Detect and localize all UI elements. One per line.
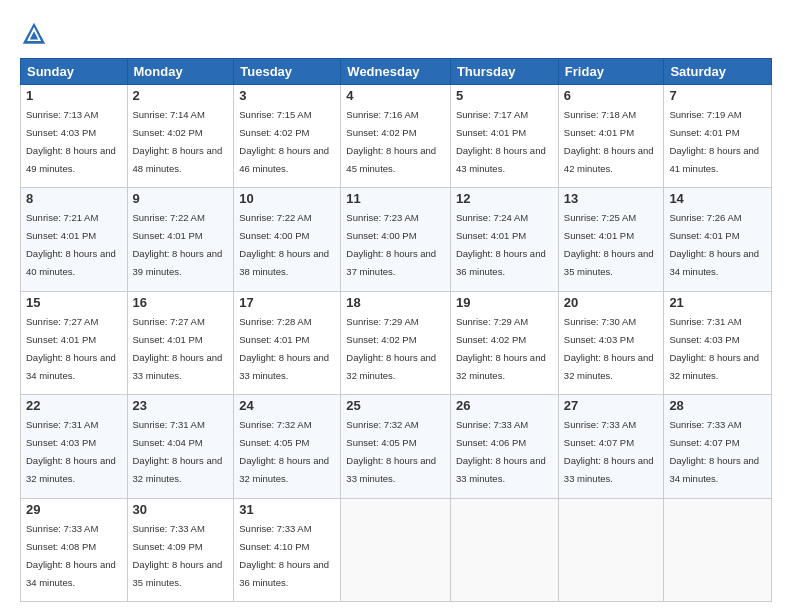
weekday-header-row: SundayMondayTuesdayWednesdayThursdayFrid…	[21, 59, 772, 85]
calendar-cell: 12Sunrise: 7:24 AMSunset: 4:01 PMDayligh…	[450, 188, 558, 291]
weekday-wednesday: Wednesday	[341, 59, 451, 85]
weekday-saturday: Saturday	[664, 59, 772, 85]
day-info: Sunrise: 7:33 AMSunset: 4:07 PMDaylight:…	[669, 419, 759, 484]
day-number: 1	[26, 88, 122, 103]
calendar-cell: 14Sunrise: 7:26 AMSunset: 4:01 PMDayligh…	[664, 188, 772, 291]
day-info: Sunrise: 7:23 AMSunset: 4:00 PMDaylight:…	[346, 212, 436, 277]
day-info: Sunrise: 7:31 AMSunset: 4:03 PMDaylight:…	[669, 316, 759, 381]
day-info: Sunrise: 7:31 AMSunset: 4:04 PMDaylight:…	[133, 419, 223, 484]
calendar-week-3: 15Sunrise: 7:27 AMSunset: 4:01 PMDayligh…	[21, 291, 772, 394]
day-info: Sunrise: 7:31 AMSunset: 4:03 PMDaylight:…	[26, 419, 116, 484]
day-number: 29	[26, 502, 122, 517]
calendar-cell	[664, 498, 772, 601]
day-number: 27	[564, 398, 659, 413]
day-number: 25	[346, 398, 445, 413]
day-info: Sunrise: 7:25 AMSunset: 4:01 PMDaylight:…	[564, 212, 654, 277]
calendar-cell: 24Sunrise: 7:32 AMSunset: 4:05 PMDayligh…	[234, 395, 341, 498]
calendar-cell: 1Sunrise: 7:13 AMSunset: 4:03 PMDaylight…	[21, 85, 128, 188]
day-info: Sunrise: 7:32 AMSunset: 4:05 PMDaylight:…	[239, 419, 329, 484]
calendar-cell: 2Sunrise: 7:14 AMSunset: 4:02 PMDaylight…	[127, 85, 234, 188]
day-number: 18	[346, 295, 445, 310]
calendar-cell: 19Sunrise: 7:29 AMSunset: 4:02 PMDayligh…	[450, 291, 558, 394]
day-number: 17	[239, 295, 335, 310]
calendar-cell	[558, 498, 664, 601]
day-number: 13	[564, 191, 659, 206]
day-number: 23	[133, 398, 229, 413]
calendar-cell: 11Sunrise: 7:23 AMSunset: 4:00 PMDayligh…	[341, 188, 451, 291]
day-info: Sunrise: 7:30 AMSunset: 4:03 PMDaylight:…	[564, 316, 654, 381]
calendar-cell: 28Sunrise: 7:33 AMSunset: 4:07 PMDayligh…	[664, 395, 772, 498]
page: SundayMondayTuesdayWednesdayThursdayFrid…	[0, 0, 792, 612]
day-number: 26	[456, 398, 553, 413]
day-info: Sunrise: 7:28 AMSunset: 4:01 PMDaylight:…	[239, 316, 329, 381]
calendar-cell: 7Sunrise: 7:19 AMSunset: 4:01 PMDaylight…	[664, 85, 772, 188]
day-info: Sunrise: 7:33 AMSunset: 4:06 PMDaylight:…	[456, 419, 546, 484]
calendar-cell: 26Sunrise: 7:33 AMSunset: 4:06 PMDayligh…	[450, 395, 558, 498]
day-number: 9	[133, 191, 229, 206]
calendar-week-5: 29Sunrise: 7:33 AMSunset: 4:08 PMDayligh…	[21, 498, 772, 601]
calendar-week-2: 8Sunrise: 7:21 AMSunset: 4:01 PMDaylight…	[21, 188, 772, 291]
day-info: Sunrise: 7:22 AMSunset: 4:00 PMDaylight:…	[239, 212, 329, 277]
calendar-cell	[450, 498, 558, 601]
day-info: Sunrise: 7:17 AMSunset: 4:01 PMDaylight:…	[456, 109, 546, 174]
day-info: Sunrise: 7:24 AMSunset: 4:01 PMDaylight:…	[456, 212, 546, 277]
calendar-cell: 22Sunrise: 7:31 AMSunset: 4:03 PMDayligh…	[21, 395, 128, 498]
day-info: Sunrise: 7:19 AMSunset: 4:01 PMDaylight:…	[669, 109, 759, 174]
day-info: Sunrise: 7:33 AMSunset: 4:10 PMDaylight:…	[239, 523, 329, 588]
calendar-cell: 31Sunrise: 7:33 AMSunset: 4:10 PMDayligh…	[234, 498, 341, 601]
calendar-cell: 21Sunrise: 7:31 AMSunset: 4:03 PMDayligh…	[664, 291, 772, 394]
day-info: Sunrise: 7:14 AMSunset: 4:02 PMDaylight:…	[133, 109, 223, 174]
weekday-friday: Friday	[558, 59, 664, 85]
day-info: Sunrise: 7:33 AMSunset: 4:09 PMDaylight:…	[133, 523, 223, 588]
weekday-thursday: Thursday	[450, 59, 558, 85]
calendar-cell: 8Sunrise: 7:21 AMSunset: 4:01 PMDaylight…	[21, 188, 128, 291]
day-info: Sunrise: 7:22 AMSunset: 4:01 PMDaylight:…	[133, 212, 223, 277]
weekday-sunday: Sunday	[21, 59, 128, 85]
calendar-cell: 30Sunrise: 7:33 AMSunset: 4:09 PMDayligh…	[127, 498, 234, 601]
calendar-cell: 13Sunrise: 7:25 AMSunset: 4:01 PMDayligh…	[558, 188, 664, 291]
day-number: 8	[26, 191, 122, 206]
day-number: 22	[26, 398, 122, 413]
day-number: 28	[669, 398, 766, 413]
day-number: 7	[669, 88, 766, 103]
day-info: Sunrise: 7:33 AMSunset: 4:07 PMDaylight:…	[564, 419, 654, 484]
day-info: Sunrise: 7:29 AMSunset: 4:02 PMDaylight:…	[346, 316, 436, 381]
calendar-week-1: 1Sunrise: 7:13 AMSunset: 4:03 PMDaylight…	[21, 85, 772, 188]
day-number: 21	[669, 295, 766, 310]
day-number: 31	[239, 502, 335, 517]
day-number: 5	[456, 88, 553, 103]
calendar-cell: 29Sunrise: 7:33 AMSunset: 4:08 PMDayligh…	[21, 498, 128, 601]
day-number: 30	[133, 502, 229, 517]
day-info: Sunrise: 7:18 AMSunset: 4:01 PMDaylight:…	[564, 109, 654, 174]
day-number: 6	[564, 88, 659, 103]
day-info: Sunrise: 7:21 AMSunset: 4:01 PMDaylight:…	[26, 212, 116, 277]
calendar-cell: 9Sunrise: 7:22 AMSunset: 4:01 PMDaylight…	[127, 188, 234, 291]
day-info: Sunrise: 7:29 AMSunset: 4:02 PMDaylight:…	[456, 316, 546, 381]
calendar-cell: 16Sunrise: 7:27 AMSunset: 4:01 PMDayligh…	[127, 291, 234, 394]
day-info: Sunrise: 7:16 AMSunset: 4:02 PMDaylight:…	[346, 109, 436, 174]
day-number: 3	[239, 88, 335, 103]
calendar-cell	[341, 498, 451, 601]
day-info: Sunrise: 7:26 AMSunset: 4:01 PMDaylight:…	[669, 212, 759, 277]
logo-icon	[20, 20, 48, 48]
day-number: 19	[456, 295, 553, 310]
calendar-cell: 3Sunrise: 7:15 AMSunset: 4:02 PMDaylight…	[234, 85, 341, 188]
header	[20, 16, 772, 48]
day-info: Sunrise: 7:33 AMSunset: 4:08 PMDaylight:…	[26, 523, 116, 588]
calendar-cell: 20Sunrise: 7:30 AMSunset: 4:03 PMDayligh…	[558, 291, 664, 394]
calendar-table: SundayMondayTuesdayWednesdayThursdayFrid…	[20, 58, 772, 602]
calendar-cell: 17Sunrise: 7:28 AMSunset: 4:01 PMDayligh…	[234, 291, 341, 394]
day-info: Sunrise: 7:13 AMSunset: 4:03 PMDaylight:…	[26, 109, 116, 174]
calendar-cell: 15Sunrise: 7:27 AMSunset: 4:01 PMDayligh…	[21, 291, 128, 394]
day-number: 24	[239, 398, 335, 413]
calendar-cell: 18Sunrise: 7:29 AMSunset: 4:02 PMDayligh…	[341, 291, 451, 394]
day-number: 15	[26, 295, 122, 310]
calendar-cell: 6Sunrise: 7:18 AMSunset: 4:01 PMDaylight…	[558, 85, 664, 188]
calendar-cell: 27Sunrise: 7:33 AMSunset: 4:07 PMDayligh…	[558, 395, 664, 498]
day-info: Sunrise: 7:15 AMSunset: 4:02 PMDaylight:…	[239, 109, 329, 174]
day-number: 16	[133, 295, 229, 310]
day-number: 2	[133, 88, 229, 103]
logo	[20, 20, 52, 48]
weekday-monday: Monday	[127, 59, 234, 85]
calendar-cell: 5Sunrise: 7:17 AMSunset: 4:01 PMDaylight…	[450, 85, 558, 188]
